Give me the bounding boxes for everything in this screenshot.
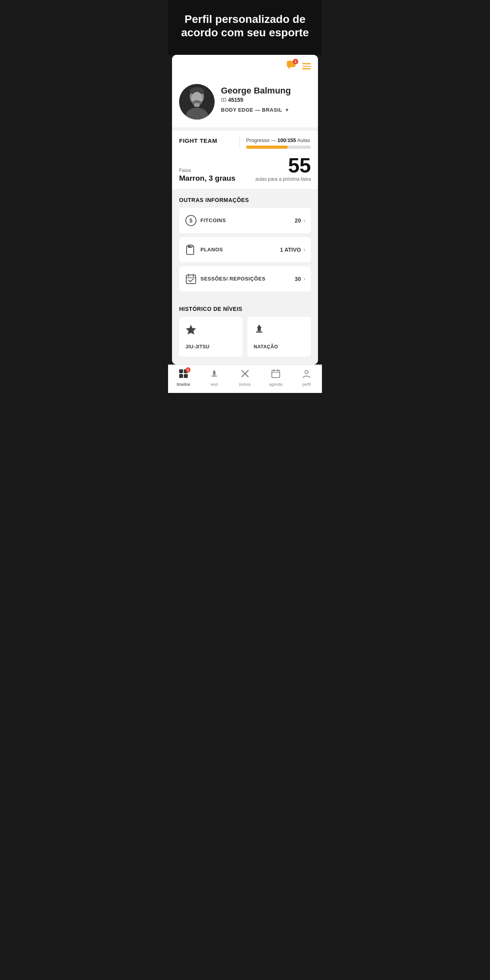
svg-rect-14 [186, 275, 196, 284]
treinos-label: treinos [239, 382, 251, 387]
nav-wod[interactable]: wod [199, 369, 230, 387]
jiu-jitsu-label: JIU-JITSU [185, 344, 209, 350]
belt-label: Faixa [179, 168, 245, 173]
nav-timeline[interactable]: 1 timeline [168, 369, 199, 387]
progress-label: Progresso — 100/155 Aulas [246, 137, 311, 143]
other-info-section: OUTRAS INFORMAÇÕES $ FITCOINS 20 › PLANO… [172, 189, 318, 299]
nav-perfil[interactable]: perfil [291, 369, 322, 387]
perfil-icon [302, 369, 311, 381]
svg-marker-1 [288, 67, 290, 69]
fitcoins-icon: $ [185, 214, 197, 227]
wod-label: wod [211, 382, 218, 387]
fight-team-title: FIGHT TEAM [179, 137, 233, 144]
history-title: HISTÓRICO DE NÍVEIS [179, 306, 311, 312]
notification-button[interactable]: 1 [286, 60, 297, 72]
svg-rect-24 [184, 374, 188, 378]
svg-rect-19 [256, 331, 262, 333]
sessoes-icon [185, 273, 197, 285]
sessoes-value: 30 [295, 276, 301, 282]
history-items: JIU-JITSU NATAÇÃO [179, 317, 311, 357]
svg-rect-13 [188, 246, 191, 247]
planos-item[interactable]: PLANOS 1 ATIVO › [179, 237, 311, 262]
fitcoins-value: 20 [295, 217, 301, 224]
planos-label: PLANOS [200, 247, 280, 252]
chevron-down-icon: ▼ [284, 107, 289, 113]
jiu-jitsu-icon [185, 324, 196, 338]
svg-point-28 [244, 373, 246, 374]
history-card-natacao[interactable]: NATAÇÃO [247, 317, 311, 357]
planos-value: 1 ATIVO [280, 247, 301, 253]
timeline-badge: 1 [185, 367, 191, 372]
notification-badge: 1 [293, 59, 298, 64]
timeline-label: timeline [177, 382, 190, 387]
other-info-title: OUTRAS INFORMAÇÕES [179, 197, 311, 203]
svg-text:$: $ [189, 217, 193, 224]
progress-bar-fill [246, 146, 288, 149]
history-section: HISTÓRICO DE NÍVEIS JIU-JITSU [172, 299, 318, 365]
bottom-nav: 1 timeline wod treinos [168, 365, 322, 393]
planos-arrow: › [303, 246, 305, 253]
belt-value: Marron, 3 graus [179, 174, 245, 183]
card-container: 1 [172, 55, 318, 365]
header-bg: Perfil personalizado de acordo com seu e… [168, 0, 322, 55]
svg-rect-29 [272, 370, 280, 378]
svg-point-33 [305, 370, 308, 374]
profile-club[interactable]: BODY EDGE — BRASIL ▼ [221, 107, 311, 113]
top-bar: 1 [172, 55, 318, 78]
profile-name: George Balmung [221, 86, 311, 96]
fitcoins-arrow: › [303, 217, 305, 224]
sessoes-label: SESSÕES/ REPOSIÇÕES [200, 276, 295, 282]
menu-button[interactable] [302, 63, 311, 69]
fitcoins-item[interactable]: $ FITCOINS 20 › [179, 208, 311, 233]
agenda-label: agenda [269, 382, 282, 387]
classes-label: aulas para a próxima faixa [245, 176, 311, 183]
wod-icon [209, 369, 219, 381]
history-card-jiu-jitsu[interactable]: JIU-JITSU [179, 317, 243, 357]
agenda-icon [271, 369, 281, 381]
section-divider [239, 137, 240, 149]
svg-rect-23 [179, 374, 183, 378]
svg-rect-21 [179, 369, 183, 373]
svg-marker-18 [186, 325, 196, 335]
nav-agenda[interactable]: agenda [260, 369, 291, 387]
natacao-icon [254, 324, 265, 338]
perfil-label: perfil [302, 382, 311, 387]
natacao-label: NATAÇÃO [254, 344, 278, 350]
profile-info: George Balmung ID 45155 BODY EDGE — BRAS… [221, 84, 311, 113]
sessoes-arrow: › [303, 275, 305, 282]
planos-icon [185, 243, 197, 256]
fight-team-section: FIGHT TEAM Progresso — 100/155 Aulas Fai… [172, 131, 318, 189]
fitcoins-label: FITCOINS [200, 217, 295, 223]
profile-section: George Balmung ID 45155 BODY EDGE — BRAS… [172, 78, 318, 128]
page-title: Perfil personalizado de acordo com seu e… [178, 13, 312, 39]
treinos-icon [240, 369, 250, 381]
profile-id: ID 45155 [221, 97, 311, 103]
progress-bar-track [246, 146, 311, 149]
svg-rect-25 [211, 376, 217, 377]
svg-rect-8 [194, 103, 200, 107]
classes-number: 55 [245, 155, 311, 176]
nav-treinos[interactable]: treinos [230, 369, 260, 387]
avatar [179, 84, 215, 120]
timeline-icon: 1 [179, 369, 188, 381]
sessoes-item[interactable]: SESSÕES/ REPOSIÇÕES 30 › [179, 266, 311, 292]
